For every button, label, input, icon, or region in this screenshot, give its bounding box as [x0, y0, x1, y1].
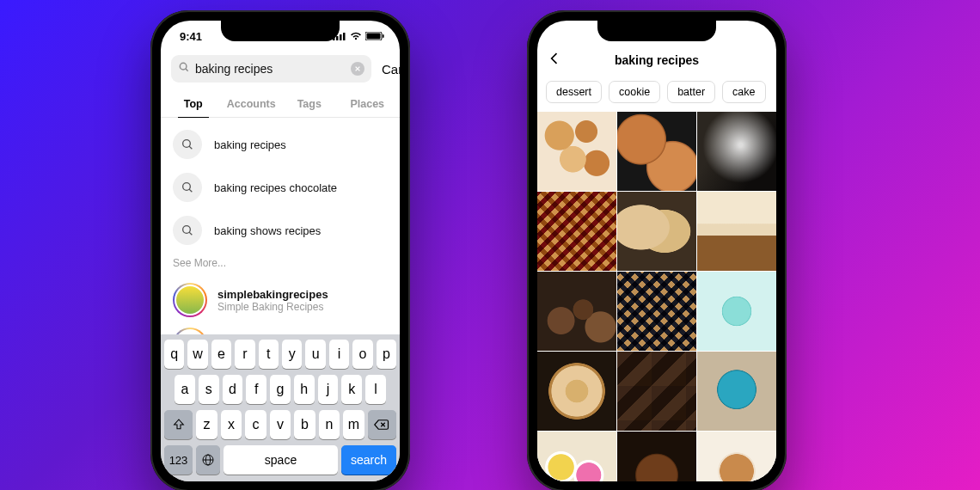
account-username: simplebakingrecipes [217, 288, 328, 301]
status-time: 9:41 [180, 30, 202, 43]
keyboard-key[interactable]: t [259, 340, 279, 369]
grid-thumbnail[interactable] [537, 192, 616, 271]
account-result[interactable]: simplebakingrecipes Simple Baking Recipe… [171, 278, 389, 322]
numbers-key[interactable]: 123 [164, 445, 193, 475]
notch [221, 21, 340, 41]
keyboard-key[interactable]: o [352, 340, 372, 369]
keyboard-key[interactable]: b [294, 410, 315, 439]
grid-thumbnail[interactable] [617, 432, 696, 481]
svg-line-12 [189, 146, 192, 149]
grid-thumbnail[interactable] [697, 272, 776, 351]
keyboard-key[interactable]: u [305, 340, 325, 369]
keyboard-key[interactable]: x [221, 410, 242, 439]
back-button[interactable] [546, 50, 563, 70]
keyboard-key[interactable]: i [329, 340, 349, 369]
keyboard-key[interactable]: s [199, 375, 219, 404]
keyboard-key[interactable]: w [187, 340, 207, 369]
keyboard-key[interactable]: f [246, 375, 266, 404]
svg-line-8 [186, 69, 188, 71]
grid-thumbnail[interactable] [537, 112, 616, 191]
keyboard-key[interactable]: a [175, 375, 195, 404]
filter-chips: dessert cookie batter cake [537, 76, 776, 112]
grid-thumbnail[interactable] [617, 192, 696, 271]
phone-left-screen: 9:41 [161, 21, 400, 481]
grid-thumbnail[interactable] [537, 272, 616, 351]
filter-chip[interactable]: dessert [546, 81, 602, 103]
filter-chip[interactable]: batter [667, 81, 715, 103]
svg-line-16 [189, 232, 192, 235]
keyboard-key[interactable]: r [235, 340, 254, 369]
results-header: baking recipes [537, 45, 776, 76]
tab-top[interactable]: Top [164, 89, 223, 117]
keyboard-key[interactable]: v [270, 410, 291, 439]
grid-thumbnail[interactable] [697, 432, 776, 481]
results-title: baking recipes [615, 53, 699, 67]
filter-chip[interactable]: cookie [609, 81, 660, 103]
grid-thumbnail[interactable] [617, 112, 696, 191]
svg-point-15 [183, 226, 191, 234]
svg-point-13 [183, 183, 191, 191]
suggestion-label: baking recipes [214, 138, 286, 151]
search-bar-row: Cancel [161, 52, 400, 89]
grid-thumbnail[interactable] [617, 352, 696, 431]
filter-chip[interactable]: cake [722, 81, 765, 103]
search-icon [173, 130, 202, 159]
grid-thumbnail[interactable] [537, 352, 616, 431]
keyboard-key[interactable]: q [164, 340, 184, 369]
search-box[interactable] [171, 55, 371, 83]
search-input[interactable] [195, 62, 346, 76]
svg-line-14 [189, 189, 192, 192]
keyboard-key[interactable]: m [343, 410, 364, 439]
account-displayname: Simple Baking Recipes [217, 301, 328, 313]
suggestion-item[interactable]: baking shows recipes [171, 209, 389, 252]
svg-rect-2 [340, 34, 342, 40]
svg-rect-3 [343, 33, 346, 40]
wifi-icon [350, 32, 362, 40]
shift-key[interactable] [164, 410, 193, 439]
svg-point-7 [180, 63, 187, 70]
grid-thumbnail[interactable] [697, 112, 776, 191]
grid-thumbnail[interactable] [697, 352, 776, 431]
see-more-link[interactable]: See More... [171, 252, 389, 278]
keyboard-key[interactable]: h [294, 375, 315, 404]
search-key[interactable]: search [341, 445, 396, 475]
svg-rect-5 [367, 34, 381, 40]
battery-icon [365, 32, 384, 40]
suggestion-label: baking recipes chocolate [214, 181, 337, 194]
keyboard-key[interactable]: n [319, 410, 340, 439]
results-grid[interactable] [537, 112, 776, 481]
keyboard-key[interactable]: p [377, 340, 396, 369]
keyboard-key[interactable]: c [245, 410, 266, 439]
grid-thumbnail[interactable] [537, 432, 616, 481]
search-tabs: Top Accounts Tags Places [161, 89, 400, 118]
keyboard-key[interactable]: k [341, 375, 362, 404]
tab-tags[interactable]: Tags [280, 89, 339, 117]
svg-point-11 [183, 140, 191, 148]
tab-accounts[interactable]: Accounts [223, 89, 281, 117]
search-icon [173, 216, 202, 245]
space-key[interactable]: space [224, 445, 338, 475]
keyboard-key[interactable]: z [196, 410, 217, 439]
svg-rect-6 [383, 34, 384, 38]
cancel-button[interactable]: Cancel [378, 62, 400, 77]
svg-rect-1 [336, 36, 339, 40]
keyboard-key[interactable]: j [318, 375, 339, 404]
grid-thumbnail[interactable] [697, 192, 776, 271]
backspace-key[interactable] [368, 410, 396, 439]
search-icon [173, 173, 202, 202]
grid-thumbnail[interactable] [617, 272, 696, 351]
keyboard-key[interactable]: d [223, 375, 243, 404]
keyboard-key[interactable]: e [211, 340, 231, 369]
suggestion-item[interactable]: baking recipes [171, 123, 389, 166]
clear-search-icon[interactable] [351, 62, 364, 76]
globe-key[interactable] [196, 445, 220, 475]
tab-places[interactable]: Places [339, 89, 397, 117]
suggestion-item[interactable]: baking recipes chocolate [171, 166, 389, 209]
keyboard-key[interactable]: g [270, 375, 291, 404]
keyboard-key[interactable]: l [365, 375, 386, 404]
suggestion-label: baking shows recipes [214, 224, 321, 237]
keyboard: q w e r t y u i o p a s d f g h [161, 334, 400, 481]
keyboard-key[interactable]: y [282, 340, 302, 369]
search-icon [178, 61, 190, 77]
phone-right: baking recipes dessert cookie batter cak… [527, 10, 787, 490]
